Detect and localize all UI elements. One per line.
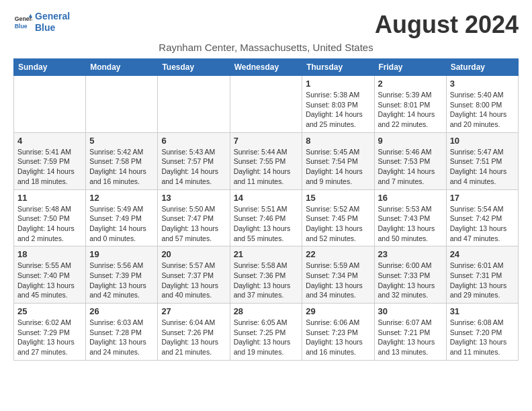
day-number: 4 — [17, 136, 82, 146]
calendar-title: August 2024 — [375, 11, 519, 39]
day-info: Sunrise: 5:40 AM Sunset: 8:00 PM Dayligh… — [450, 90, 515, 130]
day-number: 15 — [306, 193, 370, 203]
day-info: Sunrise: 6:00 AM Sunset: 7:33 PM Dayligh… — [378, 261, 443, 300]
calendar-cell: 18Sunrise: 5:55 AM Sunset: 7:40 PM Dayli… — [14, 246, 86, 304]
day-info: Sunrise: 5:56 AM Sunset: 7:39 PM Dayligh… — [89, 261, 154, 300]
calendar-cell: 29Sunrise: 6:06 AM Sunset: 7:23 PM Dayli… — [302, 304, 374, 361]
day-number: 6 — [161, 136, 226, 146]
calendar-cell: 26Sunrise: 6:03 AM Sunset: 7:28 PM Dayli… — [86, 304, 158, 361]
day-number: 2 — [378, 79, 443, 89]
day-number: 28 — [234, 306, 299, 316]
calendar-cell: 22Sunrise: 5:59 AM Sunset: 7:34 PM Dayli… — [302, 246, 374, 304]
calendar-cell: 21Sunrise: 5:58 AM Sunset: 7:36 PM Dayli… — [230, 246, 302, 304]
day-info: Sunrise: 6:01 AM Sunset: 7:31 PM Dayligh… — [450, 261, 515, 300]
day-info: Sunrise: 5:49 AM Sunset: 7:49 PM Dayligh… — [89, 204, 154, 244]
week-row-2: 4Sunrise: 5:41 AM Sunset: 7:59 PM Daylig… — [14, 132, 519, 189]
day-info: Sunrise: 5:55 AM Sunset: 7:40 PM Dayligh… — [17, 261, 82, 300]
calendar-cell: 20Sunrise: 5:57 AM Sunset: 7:37 PM Dayli… — [158, 246, 230, 304]
day-number: 1 — [306, 79, 370, 89]
page-header: General Blue General Blue August 2024 — [13, 11, 519, 39]
day-header-monday: Monday — [86, 59, 158, 76]
day-info: Sunrise: 5:44 AM Sunset: 7:55 PM Dayligh… — [234, 147, 299, 187]
day-header-tuesday: Tuesday — [158, 59, 230, 76]
calendar-cell: 23Sunrise: 6:00 AM Sunset: 7:33 PM Dayli… — [374, 246, 446, 304]
calendar-cell: 4Sunrise: 5:41 AM Sunset: 7:59 PM Daylig… — [14, 132, 86, 189]
day-info: Sunrise: 5:45 AM Sunset: 7:54 PM Dayligh… — [306, 147, 370, 187]
calendar-cell: 16Sunrise: 5:53 AM Sunset: 7:43 PM Dayli… — [374, 189, 446, 246]
day-number: 5 — [89, 136, 154, 146]
day-info: Sunrise: 5:51 AM Sunset: 7:46 PM Dayligh… — [234, 204, 299, 244]
day-info: Sunrise: 6:04 AM Sunset: 7:26 PM Dayligh… — [161, 318, 226, 357]
day-info: Sunrise: 5:43 AM Sunset: 7:57 PM Dayligh… — [161, 147, 226, 187]
day-number: 27 — [161, 306, 226, 316]
calendar-cell: 28Sunrise: 6:05 AM Sunset: 7:25 PM Dayli… — [230, 304, 302, 361]
calendar-cell: 2Sunrise: 5:39 AM Sunset: 8:01 PM Daylig… — [374, 76, 446, 133]
day-header-friday: Friday — [374, 59, 446, 76]
day-info: Sunrise: 6:03 AM Sunset: 7:28 PM Dayligh… — [89, 318, 154, 357]
day-info: Sunrise: 5:42 AM Sunset: 7:58 PM Dayligh… — [89, 147, 154, 187]
day-info: Sunrise: 6:06 AM Sunset: 7:23 PM Dayligh… — [306, 318, 370, 357]
calendar-cell — [158, 76, 230, 133]
calendar-cell: 30Sunrise: 6:07 AM Sunset: 7:21 PM Dayli… — [374, 304, 446, 361]
day-number: 10 — [450, 136, 515, 146]
week-row-3: 11Sunrise: 5:48 AM Sunset: 7:50 PM Dayli… — [14, 189, 519, 246]
calendar-cell: 27Sunrise: 6:04 AM Sunset: 7:26 PM Dayli… — [158, 304, 230, 361]
day-info: Sunrise: 5:46 AM Sunset: 7:53 PM Dayligh… — [378, 147, 443, 187]
day-info: Sunrise: 5:48 AM Sunset: 7:50 PM Dayligh… — [17, 204, 82, 244]
day-info: Sunrise: 5:47 AM Sunset: 7:51 PM Dayligh… — [450, 147, 515, 187]
week-row-1: 1Sunrise: 5:38 AM Sunset: 8:03 PM Daylig… — [14, 76, 519, 133]
day-number: 16 — [378, 193, 443, 203]
day-info: Sunrise: 5:41 AM Sunset: 7:59 PM Dayligh… — [17, 147, 82, 187]
day-number: 22 — [306, 249, 370, 259]
day-info: Sunrise: 6:08 AM Sunset: 7:20 PM Dayligh… — [450, 318, 515, 357]
calendar-cell: 17Sunrise: 5:54 AM Sunset: 7:42 PM Dayli… — [446, 189, 518, 246]
calendar-cell: 1Sunrise: 5:38 AM Sunset: 8:03 PM Daylig… — [302, 76, 374, 133]
calendar-cell: 5Sunrise: 5:42 AM Sunset: 7:58 PM Daylig… — [86, 132, 158, 189]
day-header-wednesday: Wednesday — [230, 59, 302, 76]
day-number: 7 — [234, 136, 299, 146]
calendar-table: SundayMondayTuesdayWednesdayThursdayFrid… — [13, 58, 519, 361]
calendar-cell: 12Sunrise: 5:49 AM Sunset: 7:49 PM Dayli… — [86, 189, 158, 246]
day-number: 12 — [89, 193, 154, 203]
day-number: 18 — [17, 249, 82, 259]
calendar-cell: 15Sunrise: 5:52 AM Sunset: 7:45 PM Dayli… — [302, 189, 374, 246]
day-header-saturday: Saturday — [446, 59, 518, 76]
day-number: 9 — [378, 136, 443, 146]
day-number: 31 — [450, 306, 515, 316]
day-info: Sunrise: 5:39 AM Sunset: 8:01 PM Dayligh… — [378, 90, 443, 130]
day-info: Sunrise: 5:54 AM Sunset: 7:42 PM Dayligh… — [450, 204, 515, 244]
calendar-body: 1Sunrise: 5:38 AM Sunset: 8:03 PM Daylig… — [14, 76, 519, 361]
calendar-cell: 9Sunrise: 5:46 AM Sunset: 7:53 PM Daylig… — [374, 132, 446, 189]
day-number: 11 — [17, 193, 82, 203]
calendar-cell: 14Sunrise: 5:51 AM Sunset: 7:46 PM Dayli… — [230, 189, 302, 246]
day-number: 30 — [378, 306, 443, 316]
week-row-4: 18Sunrise: 5:55 AM Sunset: 7:40 PM Dayli… — [14, 246, 519, 304]
day-number: 3 — [450, 79, 515, 89]
day-number: 23 — [378, 249, 443, 259]
day-info: Sunrise: 5:57 AM Sunset: 7:37 PM Dayligh… — [161, 261, 226, 300]
day-info: Sunrise: 5:38 AM Sunset: 8:03 PM Dayligh… — [306, 90, 370, 130]
calendar-cell — [14, 76, 86, 133]
calendar-header-row: SundayMondayTuesdayWednesdayThursdayFrid… — [14, 59, 519, 76]
day-header-sunday: Sunday — [14, 59, 86, 76]
day-info: Sunrise: 5:59 AM Sunset: 7:34 PM Dayligh… — [306, 261, 370, 300]
day-info: Sunrise: 5:58 AM Sunset: 7:36 PM Dayligh… — [234, 261, 299, 300]
day-info: Sunrise: 5:52 AM Sunset: 7:45 PM Dayligh… — [306, 204, 370, 244]
day-info: Sunrise: 5:50 AM Sunset: 7:47 PM Dayligh… — [161, 204, 226, 244]
calendar-cell: 19Sunrise: 5:56 AM Sunset: 7:39 PM Dayli… — [86, 246, 158, 304]
day-number: 24 — [450, 249, 515, 259]
title-block: August 2024 — [375, 11, 519, 39]
calendar-cell: 31Sunrise: 6:08 AM Sunset: 7:20 PM Dayli… — [446, 304, 518, 361]
calendar-cell — [230, 76, 302, 133]
day-number: 20 — [161, 249, 226, 259]
svg-text:Blue: Blue — [15, 23, 28, 30]
calendar-cell: 10Sunrise: 5:47 AM Sunset: 7:51 PM Dayli… — [446, 132, 518, 189]
calendar-cell: 24Sunrise: 6:01 AM Sunset: 7:31 PM Dayli… — [446, 246, 518, 304]
calendar-cell: 7Sunrise: 5:44 AM Sunset: 7:55 PM Daylig… — [230, 132, 302, 189]
calendar-cell: 3Sunrise: 5:40 AM Sunset: 8:00 PM Daylig… — [446, 76, 518, 133]
calendar-cell: 11Sunrise: 5:48 AM Sunset: 7:50 PM Dayli… — [14, 189, 86, 246]
day-header-thursday: Thursday — [302, 59, 374, 76]
day-number: 17 — [450, 193, 515, 203]
calendar-cell — [86, 76, 158, 133]
calendar-cell: 6Sunrise: 5:43 AM Sunset: 7:57 PM Daylig… — [158, 132, 230, 189]
